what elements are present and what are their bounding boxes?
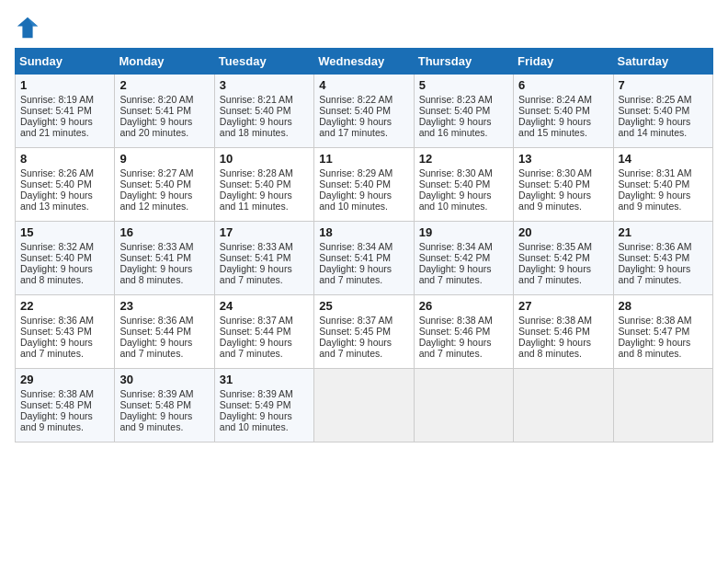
- sunset: Sunset: 5:40 PM: [518, 178, 590, 190]
- sunset: Sunset: 5:47 PM: [619, 326, 690, 337]
- sunset: Sunset: 5:44 PM: [119, 326, 191, 337]
- sunset: Sunset: 5:40 PM: [419, 178, 491, 190]
- daylight: Daylight: 9 hours and 16 minutes.: [419, 116, 492, 138]
- day-number: 20: [518, 225, 608, 239]
- sunrise: Sunrise: 8:35 AM: [518, 241, 592, 252]
- day-number: 1: [20, 78, 109, 92]
- calendar-cell: 25Sunrise: 8:37 AMSunset: 5:45 PMDayligh…: [314, 295, 414, 369]
- calendar-cell: 23Sunrise: 8:36 AMSunset: 5:44 PMDayligh…: [115, 295, 214, 369]
- daylight: Daylight: 9 hours and 9 minutes.: [518, 190, 591, 212]
- daylight: Daylight: 9 hours and 8 minutes.: [518, 337, 591, 359]
- calendar-cell: 17Sunrise: 8:33 AMSunset: 5:41 PMDayligh…: [214, 222, 313, 295]
- calendar-cell: [314, 369, 414, 442]
- calendar-cell: 21Sunrise: 8:36 AMSunset: 5:43 PMDayligh…: [613, 222, 712, 295]
- calendar-cell: 3Sunrise: 8:21 AMSunset: 5:40 PMDaylight…: [214, 75, 313, 148]
- calendar-cell: 11Sunrise: 8:29 AMSunset: 5:40 PMDayligh…: [314, 148, 414, 222]
- sunset: Sunset: 5:42 PM: [419, 252, 491, 263]
- daylight: Daylight: 9 hours and 10 minutes.: [419, 190, 492, 212]
- week-row-2: 8Sunrise: 8:26 AMSunset: 5:40 PMDaylight…: [16, 148, 713, 222]
- sunrise: Sunrise: 8:34 AM: [419, 241, 493, 252]
- daylight: Daylight: 9 hours and 14 minutes.: [619, 116, 691, 138]
- sunset: Sunset: 5:41 PM: [319, 252, 391, 263]
- col-header-tuesday: Tuesday: [214, 49, 313, 75]
- calendar-cell: [613, 369, 712, 442]
- sunset: Sunset: 5:46 PM: [419, 326, 491, 337]
- sunset: Sunset: 5:40 PM: [319, 178, 391, 190]
- sunrise: Sunrise: 8:34 AM: [319, 241, 392, 252]
- day-number: 8: [20, 152, 109, 166]
- sunrise: Sunrise: 8:26 AM: [20, 167, 94, 178]
- sunset: Sunset: 5:41 PM: [20, 105, 92, 116]
- sunrise: Sunrise: 8:38 AM: [419, 315, 493, 326]
- calendar-cell: 26Sunrise: 8:38 AMSunset: 5:46 PMDayligh…: [414, 295, 513, 369]
- day-number: 10: [220, 152, 309, 166]
- calendar-cell: 29Sunrise: 8:38 AMSunset: 5:48 PMDayligh…: [16, 369, 115, 442]
- svg-marker-0: [17, 17, 38, 38]
- sunset: Sunset: 5:41 PM: [220, 252, 291, 263]
- sunrise: Sunrise: 8:30 AM: [518, 167, 592, 178]
- sunset: Sunset: 5:40 PM: [419, 105, 491, 116]
- day-number: 25: [319, 299, 408, 313]
- calendar-cell: 30Sunrise: 8:39 AMSunset: 5:48 PMDayligh…: [115, 369, 214, 442]
- day-number: 22: [20, 299, 109, 313]
- sunset: Sunset: 5:40 PM: [119, 178, 191, 190]
- calendar-cell: 4Sunrise: 8:22 AMSunset: 5:40 PMDaylight…: [314, 75, 414, 148]
- calendar-cell: 24Sunrise: 8:37 AMSunset: 5:44 PMDayligh…: [214, 295, 313, 369]
- calendar-cell: 22Sunrise: 8:36 AMSunset: 5:43 PMDayligh…: [16, 295, 115, 369]
- sunrise: Sunrise: 8:39 AM: [220, 388, 293, 399]
- daylight: Daylight: 9 hours and 20 minutes.: [119, 116, 192, 138]
- sunset: Sunset: 5:42 PM: [518, 252, 590, 263]
- sunset: Sunset: 5:41 PM: [119, 105, 191, 116]
- calendar-table: SundayMondayTuesdayWednesdayThursdayFrid…: [15, 48, 713, 442]
- sunset: Sunset: 5:40 PM: [20, 252, 92, 263]
- daylight: Daylight: 9 hours and 7 minutes.: [419, 337, 492, 359]
- daylight: Daylight: 9 hours and 7 minutes.: [220, 337, 292, 359]
- sunset: Sunset: 5:40 PM: [220, 105, 291, 116]
- daylight: Daylight: 9 hours and 21 minutes.: [20, 116, 93, 138]
- daylight: Daylight: 9 hours and 7 minutes.: [20, 337, 93, 359]
- calendar-cell: 7Sunrise: 8:25 AMSunset: 5:40 PMDaylight…: [613, 75, 712, 148]
- week-row-1: 1Sunrise: 8:19 AMSunset: 5:41 PMDaylight…: [16, 75, 713, 148]
- sunrise: Sunrise: 8:33 AM: [220, 241, 293, 252]
- day-number: 13: [518, 152, 608, 166]
- daylight: Daylight: 9 hours and 12 minutes.: [119, 190, 192, 212]
- calendar-cell: [414, 369, 513, 442]
- sunset: Sunset: 5:46 PM: [518, 326, 590, 337]
- sunset: Sunset: 5:43 PM: [20, 326, 92, 337]
- sunrise: Sunrise: 8:32 AM: [20, 241, 94, 252]
- day-number: 28: [619, 299, 708, 313]
- day-number: 14: [619, 152, 708, 166]
- sunrise: Sunrise: 8:36 AM: [20, 315, 94, 326]
- sunrise: Sunrise: 8:30 AM: [419, 167, 493, 178]
- calendar-cell: 2Sunrise: 8:20 AMSunset: 5:41 PMDaylight…: [115, 75, 214, 148]
- calendar-cell: 1Sunrise: 8:19 AMSunset: 5:41 PMDaylight…: [16, 75, 115, 148]
- calendar-cell: 18Sunrise: 8:34 AMSunset: 5:41 PMDayligh…: [314, 222, 414, 295]
- calendar-cell: 16Sunrise: 8:33 AMSunset: 5:41 PMDayligh…: [115, 222, 214, 295]
- calendar-cell: 10Sunrise: 8:28 AMSunset: 5:40 PMDayligh…: [214, 148, 313, 222]
- daylight: Daylight: 9 hours and 11 minutes.: [220, 190, 292, 212]
- week-row-5: 29Sunrise: 8:38 AMSunset: 5:48 PMDayligh…: [16, 369, 713, 442]
- sunset: Sunset: 5:49 PM: [220, 399, 291, 410]
- daylight: Daylight: 9 hours and 7 minutes.: [119, 337, 192, 359]
- header: [15, 15, 713, 40]
- sunrise: Sunrise: 8:37 AM: [319, 315, 392, 326]
- sunrise: Sunrise: 8:27 AM: [119, 167, 193, 178]
- daylight: Daylight: 9 hours and 7 minutes.: [619, 263, 691, 285]
- sunset: Sunset: 5:40 PM: [20, 178, 92, 190]
- day-number: 23: [119, 299, 209, 313]
- sunrise: Sunrise: 8:38 AM: [619, 315, 692, 326]
- week-row-3: 15Sunrise: 8:32 AMSunset: 5:40 PMDayligh…: [16, 222, 713, 295]
- week-row-4: 22Sunrise: 8:36 AMSunset: 5:43 PMDayligh…: [16, 295, 713, 369]
- sunset: Sunset: 5:40 PM: [619, 105, 690, 116]
- daylight: Daylight: 9 hours and 7 minutes.: [419, 263, 492, 285]
- daylight: Daylight: 9 hours and 8 minutes.: [20, 263, 93, 285]
- day-number: 11: [319, 152, 408, 166]
- daylight: Daylight: 9 hours and 13 minutes.: [20, 190, 93, 212]
- sunset: Sunset: 5:48 PM: [119, 399, 191, 410]
- day-number: 2: [119, 78, 209, 92]
- day-number: 4: [319, 78, 408, 92]
- sunrise: Sunrise: 8:24 AM: [518, 94, 592, 105]
- sunrise: Sunrise: 8:37 AM: [220, 315, 293, 326]
- day-number: 9: [119, 152, 209, 166]
- sunrise: Sunrise: 8:21 AM: [220, 94, 293, 105]
